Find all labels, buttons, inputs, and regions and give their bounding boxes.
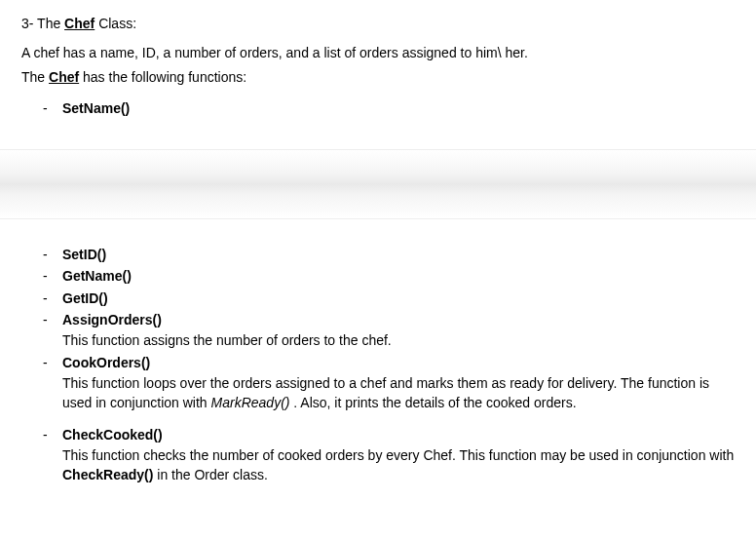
page-top-section: 3- The Chef Class: A chef has a name, ID… bbox=[0, 0, 756, 141]
section-heading: 3- The Chef Class: bbox=[21, 14, 735, 33]
desc-italic: MarkReady() bbox=[211, 395, 290, 410]
heading-the: The bbox=[37, 16, 60, 31]
function-name: GetID() bbox=[62, 290, 108, 306]
desc-post: . Also, it prints the details of the coo… bbox=[289, 395, 576, 410]
intro-line-2-class: Chef bbox=[49, 69, 79, 85]
list-item: CheckCooked() This function checks the n… bbox=[21, 425, 735, 485]
function-desc: This function loops over the orders assi… bbox=[62, 373, 735, 413]
function-name: CheckCooked() bbox=[62, 427, 163, 443]
function-name: SetName() bbox=[62, 100, 130, 116]
desc-post: in the Order class. bbox=[153, 467, 268, 482]
heading-class-name: Chef bbox=[64, 16, 94, 31]
list-item: CookOrders() This function loops over th… bbox=[21, 353, 735, 413]
function-name: AssignOrders() bbox=[62, 312, 162, 327]
function-list-bottom: SetID() GetName() GetID() AssignOrders()… bbox=[21, 245, 735, 484]
intro-line-1: A chef has a name, ID, a number of order… bbox=[21, 43, 735, 62]
intro-line-2-post: has the following functions: bbox=[83, 69, 246, 85]
function-list-top: SetName() bbox=[21, 98, 735, 118]
list-item: SetID() bbox=[21, 245, 735, 264]
intro-line-2-pre: The bbox=[21, 69, 45, 85]
page-bottom-section: SetID() GetName() GetID() AssignOrders()… bbox=[0, 219, 756, 508]
list-item: SetName() bbox=[21, 98, 735, 118]
function-name: CookOrders() bbox=[62, 355, 150, 370]
function-desc: This function checks the number of cooke… bbox=[62, 445, 735, 485]
function-desc: This function assigns the number of orde… bbox=[62, 330, 735, 350]
intro-line-2: The Chef has the following functions: bbox=[21, 67, 735, 87]
list-item: GetID() bbox=[21, 289, 735, 308]
heading-number: 3- bbox=[21, 16, 33, 31]
list-item: AssignOrders() This function assigns the… bbox=[21, 310, 735, 351]
page-break bbox=[0, 149, 756, 219]
function-name: GetName() bbox=[62, 268, 132, 284]
list-item: GetName() bbox=[21, 266, 735, 286]
function-name: SetID() bbox=[62, 247, 106, 262]
heading-class-word: Class: bbox=[98, 16, 136, 31]
desc-pre: This function checks the number of cooke… bbox=[62, 447, 734, 463]
desc-bold: CheckReady() bbox=[62, 467, 153, 482]
